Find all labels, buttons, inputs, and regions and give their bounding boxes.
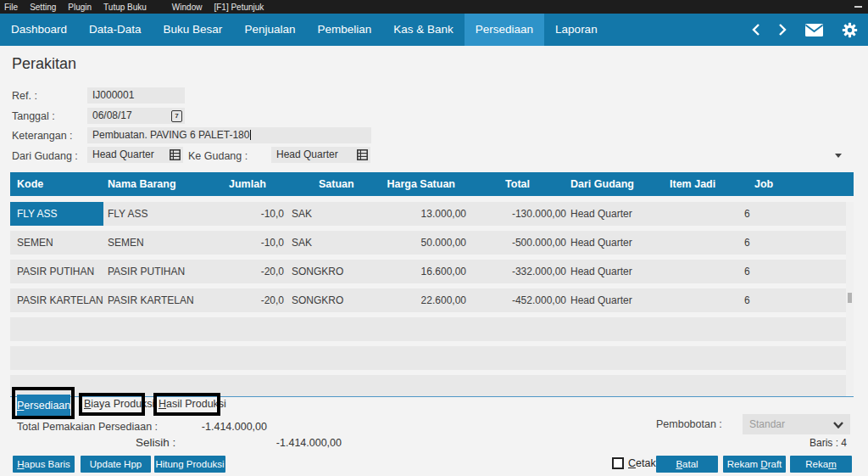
- cell[interactable]: Head Quarter: [568, 288, 646, 312]
- cell[interactable]: 6: [721, 202, 846, 226]
- table-row-empty[interactable]: [10, 346, 846, 370]
- row-count-label: Baris : 4: [788, 437, 847, 449]
- cell[interactable]: 6: [721, 231, 846, 255]
- minimize-icon[interactable]: [854, 6, 862, 8]
- cell[interactable]: PASIR KARTELAN: [10, 288, 103, 312]
- table-row[interactable]: PASIR PUTIHAN PASIR PUTIHAN -20,0 SONGKR…: [10, 260, 846, 283]
- batal-button[interactable]: Batal: [656, 456, 718, 473]
- rekam-draft-button[interactable]: Rekam Draft: [723, 456, 786, 473]
- cell[interactable]: 50.000,00: [364, 231, 468, 255]
- chevron-down-icon[interactable]: [835, 154, 842, 158]
- chevron-left-icon[interactable]: [752, 23, 760, 36]
- list-lookup-icon[interactable]: [170, 149, 181, 163]
- ke-gudang-input[interactable]: Head Quarter: [271, 147, 370, 163]
- cell[interactable]: -20,0: [229, 288, 287, 312]
- cell[interactable]: -332.000,00: [468, 260, 568, 283]
- keterangan-label: Keterangan :: [12, 130, 73, 142]
- ref-label: Ref. :: [12, 90, 37, 102]
- selisih-value: -1.414.000,00: [263, 437, 342, 449]
- dari-gudang-input[interactable]: Head Quarter: [87, 147, 183, 163]
- ref-input[interactable]: IJ000001: [87, 87, 185, 104]
- col-item-jadi: Item Jadi: [646, 172, 721, 196]
- main-nav: Dashboard Data-Data Buku Besar Penjualan…: [0, 14, 868, 46]
- cell[interactable]: SAK: [287, 202, 364, 226]
- menu-window[interactable]: Window: [172, 3, 203, 12]
- update-hpp-button[interactable]: Update Hpp: [81, 456, 151, 473]
- table-row-empty[interactable]: [10, 317, 846, 341]
- total-pemakaian-value: -1.414.000,00: [191, 421, 267, 433]
- col-satuan: Satuan: [287, 172, 364, 196]
- col-job: Job: [721, 172, 854, 196]
- cell[interactable]: -20,0: [229, 260, 287, 283]
- cell[interactable]: -10,0: [229, 202, 287, 226]
- cell[interactable]: Head Quarter: [568, 231, 646, 255]
- cell[interactable]: PASIR PUTIHAN: [10, 260, 103, 283]
- selisih-label: Selisih :: [136, 436, 175, 449]
- cell[interactable]: SONGKRO: [287, 288, 364, 312]
- cetak-checkbox[interactable]: [612, 457, 624, 469]
- vertical-scrollbar[interactable]: [846, 202, 854, 395]
- cell[interactable]: 13.000,00: [364, 202, 468, 226]
- rekam-button[interactable]: Rekam: [790, 456, 852, 473]
- menu-setting[interactable]: Setting: [30, 3, 56, 12]
- scrollbar-thumb[interactable]: [848, 293, 852, 303]
- nav-penjualan[interactable]: Penjualan: [233, 14, 306, 46]
- cell[interactable]: PASIR PUTIHAN: [103, 260, 229, 283]
- pembobotan-value: Standar: [749, 414, 785, 434]
- cell[interactable]: 6: [721, 260, 846, 283]
- nav-pembelian[interactable]: Pembelian: [306, 14, 382, 46]
- table-row[interactable]: FLY ASS FLY ASS -10,0 SAK 13.000,00 -130…: [10, 202, 846, 226]
- cell[interactable]: Head Quarter: [568, 202, 646, 226]
- cell[interactable]: SEMEN: [103, 231, 229, 255]
- hitung-produksi-button[interactable]: Hitung Produksi: [154, 456, 225, 473]
- total-pemakaian-label: Total Pemakaian Persediaan :: [17, 421, 158, 433]
- cell[interactable]: SAK: [287, 231, 364, 255]
- nav-persediaan[interactable]: Persediaan: [465, 14, 544, 46]
- nav-dashboard[interactable]: Dashboard: [0, 14, 78, 46]
- table-body: FLY ASS FLY ASS -10,0 SAK 13.000,00 -130…: [10, 202, 846, 397]
- chevron-down-icon: [833, 422, 843, 428]
- hapus-baris-button[interactable]: Hapus Baris: [13, 456, 75, 473]
- keterangan-input[interactable]: Pembuatan. PAVING 6 PALET-180: [87, 127, 371, 143]
- nav-kas-bank[interactable]: Kas & Bank: [382, 14, 465, 46]
- annotation-box-biaya: [79, 393, 145, 416]
- cetak-label: Cetak: [628, 457, 656, 469]
- cell[interactable]: 22.600,00: [364, 288, 468, 312]
- annotation-box-persediaan: [12, 387, 75, 419]
- tanggal-input[interactable]: 06/08/17 7: [87, 108, 185, 124]
- text-cursor: [250, 130, 251, 140]
- cell[interactable]: 6: [721, 288, 846, 312]
- table-row[interactable]: PASIR KARTELAN PASIR KARTELAN -20,0 SONG…: [10, 288, 846, 312]
- gear-icon[interactable]: [842, 22, 858, 38]
- cell[interactable]: [646, 260, 721, 283]
- calendar-icon[interactable]: 7: [171, 110, 182, 122]
- menu-petunjuk[interactable]: [F1] Petunjuk: [214, 3, 264, 12]
- table-header-row: Kode Nama Barang Jumlah Satuan Harga Sat…: [10, 172, 854, 196]
- cell[interactable]: 16.600,00: [364, 260, 468, 283]
- cell[interactable]: [646, 231, 721, 255]
- chevron-right-icon[interactable]: [778, 23, 787, 36]
- mail-icon[interactable]: [804, 23, 824, 37]
- cell[interactable]: -130.000,00: [468, 202, 568, 226]
- cell[interactable]: PASIR KARTELAN: [103, 288, 229, 312]
- list-lookup-icon[interactable]: [357, 149, 368, 163]
- cell[interactable]: -452.000,00: [468, 288, 568, 312]
- pembobotan-select[interactable]: Standar: [743, 414, 850, 434]
- nav-buku-besar[interactable]: Buku Besar: [153, 14, 234, 46]
- cell[interactable]: [646, 288, 721, 312]
- nav-data-data[interactable]: Data-Data: [78, 14, 153, 46]
- cell[interactable]: -10,0: [229, 231, 287, 255]
- table-row[interactable]: SEMEN SEMEN -10,0 SAK 50.000,00 -500.000…: [10, 231, 846, 255]
- cell[interactable]: -500.000,00: [468, 231, 568, 255]
- cell[interactable]: SEMEN: [10, 231, 103, 255]
- cell-kode-selected[interactable]: FLY ASS: [10, 202, 103, 226]
- menu-plugin[interactable]: Plugin: [68, 3, 92, 12]
- col-harga-satuan: Harga Satuan: [364, 172, 468, 196]
- menu-tutup-buku[interactable]: Tutup Buku: [103, 3, 147, 12]
- nav-laporan[interactable]: Laporan: [544, 14, 609, 46]
- cell[interactable]: [646, 202, 721, 226]
- menu-file[interactable]: File: [4, 3, 18, 12]
- cell[interactable]: Head Quarter: [568, 260, 646, 283]
- cell[interactable]: SONGKRO: [287, 260, 364, 283]
- cell[interactable]: FLY ASS: [103, 202, 229, 226]
